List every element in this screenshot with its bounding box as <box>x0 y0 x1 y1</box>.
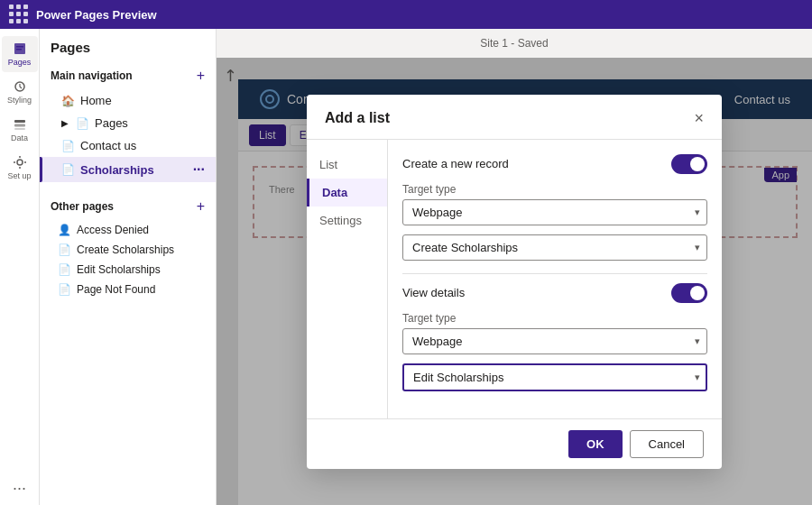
view-target-type-label: Target type <box>402 312 707 325</box>
nav-item-contact-label: Contact us <box>80 139 136 152</box>
nav-item-pages[interactable]: ▶ 📄 Pages <box>40 112 216 134</box>
nav-item-access-denied-label: Access Denied <box>77 224 149 236</box>
nav-panel: Pages Main navigation + 🏠 Home ▶ 📄 Pages… <box>40 29 217 505</box>
view-webpage-select[interactable]: Edit Scholarships Create Scholarships Sc… <box>402 363 707 391</box>
sidebar-item-pages[interactable]: Pages <box>2 36 38 72</box>
create-webpage-select-wrapper: Create Scholarships Edit Scholarships Sc… <box>402 234 707 261</box>
folder-icon: 📄 <box>76 117 89 130</box>
cancel-button[interactable]: Cancel <box>630 430 704 458</box>
svg-rect-4 <box>14 120 25 123</box>
other-pages-label: Other pages <box>51 200 114 213</box>
site-saved-text: Site 1 - Saved <box>480 37 548 50</box>
modal-body: List Data Settings Create a new record <box>307 140 722 418</box>
svg-point-7 <box>17 160 23 165</box>
modal-tab-settings[interactable]: Settings <box>307 207 387 234</box>
content-area: Site 1 - Saved ↗ Company name Home | <box>217 29 812 505</box>
create-target-type-label: Target type <box>402 183 707 196</box>
modal-title: Add a list <box>325 110 390 126</box>
nav-item-scholarships-label: Scholarships <box>80 163 154 177</box>
main-layout: Pages Styling Data Set up ··· Pages Main… <box>0 29 812 505</box>
user-page-icon: 👤 <box>58 224 71 236</box>
nav-item-scholarships[interactable]: 📄 Scholarships ··· <box>40 157 216 182</box>
view-details-row: View details <box>402 283 707 303</box>
pages-chevron-icon[interactable]: ▶ <box>61 118 69 128</box>
sidebar-more-icon[interactable]: ··· <box>13 479 26 498</box>
modal-footer: OK Cancel <box>307 418 722 469</box>
contact-page-icon: 📄 <box>61 140 75 152</box>
section-divider <box>402 273 707 274</box>
other-pages-section: Other pages + 👤 Access Denied 📄 Create S… <box>40 193 216 299</box>
main-nav-label: Main navigation <box>51 69 133 82</box>
preview-area: ↗ Company name Home | Pages▾ <box>217 58 812 505</box>
scholarships-page-icon: 📄 <box>61 163 75 176</box>
site-bar: Site 1 - Saved <box>217 29 812 58</box>
sidebar-styling-label: Styling <box>7 96 32 105</box>
nav-item-create-scholarships[interactable]: 📄 Create Scholarships <box>40 240 216 260</box>
nav-item-page-not-found[interactable]: 📄 Page Not Found <box>40 280 216 299</box>
view-webpage-select-wrapper: Edit Scholarships Create Scholarships Sc… <box>402 363 707 391</box>
svg-rect-2 <box>16 49 22 50</box>
modal-tab-data[interactable]: Data <box>307 179 387 207</box>
add-other-page-button[interactable]: + <box>197 198 205 215</box>
modal-header: Add a list × <box>307 95 722 140</box>
sidebar-data-label: Data <box>11 133 28 142</box>
page-not-found-icon: 📄 <box>58 283 71 296</box>
nav-item-home-label: Home <box>80 94 112 107</box>
view-details-label: View details <box>402 286 465 299</box>
create-target-type-group: Target type Webpage URL Dialog ▾ <box>402 183 707 261</box>
view-details-toggle[interactable] <box>671 283 707 303</box>
sidebar-item-styling[interactable]: Styling <box>2 74 38 110</box>
nav-item-edit-scholarships[interactable]: 📄 Edit Scholarships <box>40 260 216 280</box>
create-target-type-select-wrapper: Webpage URL Dialog ▾ <box>402 199 707 225</box>
modal-content: Create a new record Target type Webpage … <box>388 140 722 418</box>
view-target-type-group: Target type Webpage URL Dialog ▾ <box>402 312 707 391</box>
modal-tab-list[interactable]: List <box>307 151 387 179</box>
modal-overlay: Add a list × List Data Settings Creat <box>217 58 812 505</box>
modal-tabs: List Data Settings <box>307 140 388 418</box>
create-webpage-select[interactable]: Create Scholarships Edit Scholarships Sc… <box>402 234 707 261</box>
app-grid-icon[interactable] <box>9 5 29 24</box>
create-new-record-row: Create a new record <box>402 154 707 174</box>
nav-item-create-scholarships-label: Create Scholarships <box>77 243 174 256</box>
other-pages-section-header: Other pages + <box>40 193 216 220</box>
add-list-modal: Add a list × List Data Settings Creat <box>307 95 722 469</box>
main-nav-section: Main navigation + <box>40 62 216 89</box>
modal-close-button[interactable]: × <box>694 109 704 128</box>
view-target-type-select[interactable]: Webpage URL Dialog <box>402 328 707 354</box>
sidebar-item-data[interactable]: Data <box>2 112 38 148</box>
nav-item-page-not-found-label: Page Not Found <box>77 283 155 296</box>
ok-button[interactable]: OK <box>568 430 623 458</box>
svg-rect-1 <box>16 46 23 48</box>
svg-rect-5 <box>14 124 25 127</box>
sidebar-setup-label: Set up <box>7 171 31 180</box>
scholarships-more-icon[interactable]: ··· <box>193 161 205 178</box>
app-title: Power Pages Preview <box>36 8 157 22</box>
top-bar: Power Pages Preview <box>0 0 812 29</box>
view-target-type-select-wrapper: Webpage URL Dialog ▾ <box>402 328 707 354</box>
nav-item-edit-scholarships-label: Edit Scholarships <box>77 263 161 276</box>
create-new-record-label: Create a new record <box>402 157 509 170</box>
icon-sidebar: Pages Styling Data Set up ··· <box>0 29 40 505</box>
create-target-type-select[interactable]: Webpage URL Dialog <box>402 199 707 225</box>
svg-rect-6 <box>14 128 25 130</box>
edit-scholarships-icon: 📄 <box>58 263 71 276</box>
nav-item-home[interactable]: 🏠 Home <box>40 89 216 112</box>
nav-panel-header: Pages <box>40 40 216 62</box>
nav-item-pages-label: Pages <box>95 116 128 130</box>
create-new-record-toggle[interactable] <box>671 154 707 174</box>
sidebar-item-setup[interactable]: Set up <box>2 150 38 186</box>
create-scholarships-icon: 📄 <box>58 243 71 256</box>
add-main-nav-button[interactable]: + <box>197 68 205 84</box>
nav-panel-title: Pages <box>51 40 90 55</box>
nav-item-contact[interactable]: 📄 Contact us <box>40 134 216 157</box>
nav-item-access-denied[interactable]: 👤 Access Denied <box>40 220 216 240</box>
sidebar-pages-label: Pages <box>8 58 32 67</box>
home-icon: 🏠 <box>61 95 75 107</box>
